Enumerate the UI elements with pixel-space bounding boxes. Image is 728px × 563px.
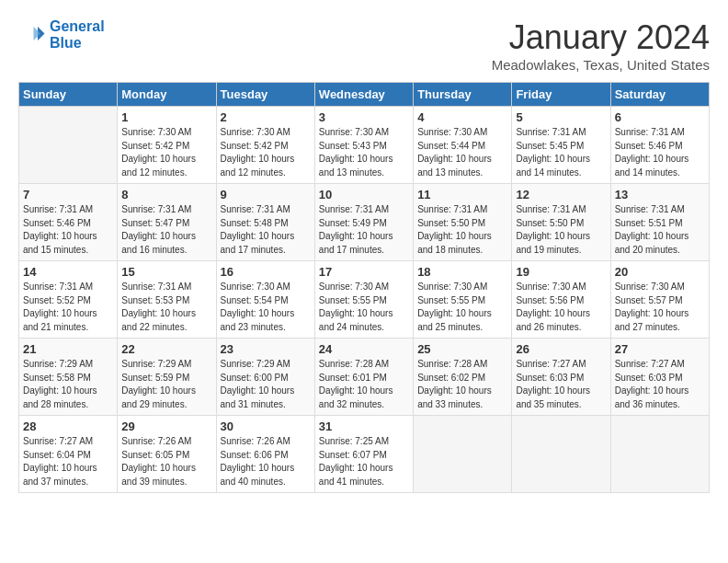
day-number: 6 bbox=[615, 110, 705, 124]
day-number: 16 bbox=[221, 265, 311, 279]
header-friday: Friday bbox=[512, 83, 610, 107]
day-cell bbox=[610, 416, 709, 493]
header-sunday: Sunday bbox=[19, 83, 118, 107]
day-cell: 29Sunrise: 7:26 AM Sunset: 6:05 PM Dayli… bbox=[118, 416, 216, 493]
day-number: 26 bbox=[516, 342, 606, 356]
day-number: 24 bbox=[319, 342, 409, 356]
day-info: Sunrise: 7:29 AM Sunset: 6:00 PM Dayligh… bbox=[221, 358, 311, 411]
day-cell: 7Sunrise: 7:31 AM Sunset: 5:46 PM Daylig… bbox=[19, 184, 118, 261]
day-cell: 22Sunrise: 7:29 AM Sunset: 5:59 PM Dayli… bbox=[118, 339, 216, 416]
day-number: 2 bbox=[221, 110, 311, 124]
day-info: Sunrise: 7:28 AM Sunset: 6:01 PM Dayligh… bbox=[319, 358, 409, 411]
week-row-1: 1Sunrise: 7:30 AM Sunset: 5:42 PM Daylig… bbox=[19, 107, 710, 184]
logo: General Blue bbox=[18, 18, 105, 52]
day-info: Sunrise: 7:27 AM Sunset: 6:03 PM Dayligh… bbox=[516, 358, 606, 411]
day-cell: 25Sunrise: 7:28 AM Sunset: 6:02 PM Dayli… bbox=[414, 339, 512, 416]
header: General Blue January 2024 Meadowlakes, T… bbox=[18, 18, 710, 73]
day-cell: 11Sunrise: 7:31 AM Sunset: 5:50 PM Dayli… bbox=[414, 184, 512, 261]
day-number: 27 bbox=[615, 342, 705, 356]
day-cell bbox=[19, 107, 118, 184]
day-cell: 9Sunrise: 7:31 AM Sunset: 5:48 PM Daylig… bbox=[216, 184, 314, 261]
day-number: 14 bbox=[23, 265, 113, 279]
day-info: Sunrise: 7:27 AM Sunset: 6:03 PM Dayligh… bbox=[615, 358, 705, 411]
day-number: 10 bbox=[319, 188, 409, 201]
day-info: Sunrise: 7:30 AM Sunset: 5:54 PM Dayligh… bbox=[221, 281, 311, 334]
day-cell: 31Sunrise: 7:25 AM Sunset: 6:07 PM Dayli… bbox=[314, 416, 413, 493]
day-info: Sunrise: 7:30 AM Sunset: 5:55 PM Dayligh… bbox=[417, 281, 507, 334]
day-info: Sunrise: 7:30 AM Sunset: 5:43 PM Dayligh… bbox=[319, 126, 409, 179]
day-info: Sunrise: 7:29 AM Sunset: 5:59 PM Dayligh… bbox=[121, 358, 211, 411]
day-cell: 24Sunrise: 7:28 AM Sunset: 6:01 PM Dayli… bbox=[314, 339, 413, 416]
day-info: Sunrise: 7:30 AM Sunset: 5:44 PM Dayligh… bbox=[417, 126, 507, 179]
day-number: 17 bbox=[319, 265, 409, 279]
day-number: 5 bbox=[516, 110, 606, 124]
week-row-4: 21Sunrise: 7:29 AM Sunset: 5:58 PM Dayli… bbox=[19, 339, 710, 416]
day-info: Sunrise: 7:30 AM Sunset: 5:56 PM Dayligh… bbox=[516, 281, 606, 334]
day-info: Sunrise: 7:30 AM Sunset: 5:42 PM Dayligh… bbox=[121, 126, 211, 179]
day-cell bbox=[512, 416, 610, 493]
day-info: Sunrise: 7:25 AM Sunset: 6:07 PM Dayligh… bbox=[319, 435, 409, 488]
day-info: Sunrise: 7:31 AM Sunset: 5:45 PM Dayligh… bbox=[516, 126, 606, 179]
day-number: 18 bbox=[417, 265, 507, 279]
logo-text: General Blue bbox=[50, 18, 105, 52]
day-cell: 1Sunrise: 7:30 AM Sunset: 5:42 PM Daylig… bbox=[118, 107, 216, 184]
day-cell: 21Sunrise: 7:29 AM Sunset: 5:58 PM Dayli… bbox=[19, 339, 118, 416]
week-row-5: 28Sunrise: 7:27 AM Sunset: 6:04 PM Dayli… bbox=[19, 416, 710, 493]
day-cell: 3Sunrise: 7:30 AM Sunset: 5:43 PM Daylig… bbox=[314, 107, 413, 184]
day-number: 30 bbox=[221, 419, 311, 433]
day-cell: 6Sunrise: 7:31 AM Sunset: 5:46 PM Daylig… bbox=[610, 107, 709, 184]
day-info: Sunrise: 7:26 AM Sunset: 6:06 PM Dayligh… bbox=[221, 435, 311, 488]
day-info: Sunrise: 7:31 AM Sunset: 5:49 PM Dayligh… bbox=[319, 203, 409, 257]
header-wednesday: Wednesday bbox=[314, 83, 413, 107]
day-cell: 23Sunrise: 7:29 AM Sunset: 6:00 PM Dayli… bbox=[216, 339, 314, 416]
week-row-3: 14Sunrise: 7:31 AM Sunset: 5:52 PM Dayli… bbox=[19, 261, 710, 339]
day-cell: 10Sunrise: 7:31 AM Sunset: 5:49 PM Dayli… bbox=[314, 184, 413, 261]
day-info: Sunrise: 7:30 AM Sunset: 5:42 PM Dayligh… bbox=[221, 126, 311, 179]
month-title: January 2024 bbox=[492, 18, 710, 57]
day-info: Sunrise: 7:31 AM Sunset: 5:47 PM Dayligh… bbox=[121, 203, 211, 257]
day-cell: 18Sunrise: 7:30 AM Sunset: 5:55 PM Dayli… bbox=[414, 261, 512, 339]
day-cell: 15Sunrise: 7:31 AM Sunset: 5:53 PM Dayli… bbox=[118, 261, 216, 339]
day-cell: 12Sunrise: 7:31 AM Sunset: 5:50 PM Dayli… bbox=[512, 184, 610, 261]
day-cell: 17Sunrise: 7:30 AM Sunset: 5:55 PM Dayli… bbox=[314, 261, 413, 339]
day-info: Sunrise: 7:26 AM Sunset: 6:05 PM Dayligh… bbox=[121, 435, 211, 488]
day-number: 3 bbox=[319, 110, 409, 124]
day-info: Sunrise: 7:31 AM Sunset: 5:52 PM Dayligh… bbox=[23, 281, 113, 334]
day-cell: 8Sunrise: 7:31 AM Sunset: 5:47 PM Daylig… bbox=[118, 184, 216, 261]
logo-icon bbox=[18, 21, 46, 49]
day-number: 7 bbox=[23, 188, 113, 201]
subtitle: Meadowlakes, Texas, United States bbox=[492, 57, 710, 73]
day-number: 19 bbox=[516, 265, 606, 279]
day-cell: 14Sunrise: 7:31 AM Sunset: 5:52 PM Dayli… bbox=[19, 261, 118, 339]
day-info: Sunrise: 7:27 AM Sunset: 6:04 PM Dayligh… bbox=[23, 435, 113, 488]
header-saturday: Saturday bbox=[610, 83, 709, 107]
day-info: Sunrise: 7:31 AM Sunset: 5:50 PM Dayligh… bbox=[516, 203, 606, 257]
day-number: 31 bbox=[319, 419, 409, 433]
day-number: 29 bbox=[121, 419, 211, 433]
day-number: 9 bbox=[221, 188, 311, 201]
day-number: 15 bbox=[121, 265, 211, 279]
week-row-2: 7Sunrise: 7:31 AM Sunset: 5:46 PM Daylig… bbox=[19, 184, 710, 261]
day-number: 21 bbox=[23, 342, 113, 356]
calendar-page: General Blue January 2024 Meadowlakes, T… bbox=[0, 0, 728, 502]
day-info: Sunrise: 7:28 AM Sunset: 6:02 PM Dayligh… bbox=[417, 358, 507, 411]
day-info: Sunrise: 7:31 AM Sunset: 5:46 PM Dayligh… bbox=[615, 126, 705, 179]
day-number: 23 bbox=[221, 342, 311, 356]
day-number: 4 bbox=[417, 110, 507, 124]
day-cell: 30Sunrise: 7:26 AM Sunset: 6:06 PM Dayli… bbox=[216, 416, 314, 493]
day-info: Sunrise: 7:31 AM Sunset: 5:51 PM Dayligh… bbox=[615, 203, 705, 257]
header-row: SundayMondayTuesdayWednesdayThursdayFrid… bbox=[19, 83, 710, 107]
title-block: January 2024 Meadowlakes, Texas, United … bbox=[492, 18, 710, 73]
day-cell: 20Sunrise: 7:30 AM Sunset: 5:57 PM Dayli… bbox=[610, 261, 709, 339]
day-cell: 2Sunrise: 7:30 AM Sunset: 5:42 PM Daylig… bbox=[216, 107, 314, 184]
day-cell: 19Sunrise: 7:30 AM Sunset: 5:56 PM Dayli… bbox=[512, 261, 610, 339]
day-number: 1 bbox=[121, 110, 211, 124]
calendar-body: 1Sunrise: 7:30 AM Sunset: 5:42 PM Daylig… bbox=[19, 107, 710, 493]
day-cell: 5Sunrise: 7:31 AM Sunset: 5:45 PM Daylig… bbox=[512, 107, 610, 184]
day-number: 22 bbox=[121, 342, 211, 356]
day-info: Sunrise: 7:31 AM Sunset: 5:46 PM Dayligh… bbox=[23, 203, 113, 257]
header-tuesday: Tuesday bbox=[216, 83, 314, 107]
day-number: 25 bbox=[417, 342, 507, 356]
day-number: 11 bbox=[417, 188, 507, 201]
calendar-table: SundayMondayTuesdayWednesdayThursdayFrid… bbox=[18, 82, 710, 493]
